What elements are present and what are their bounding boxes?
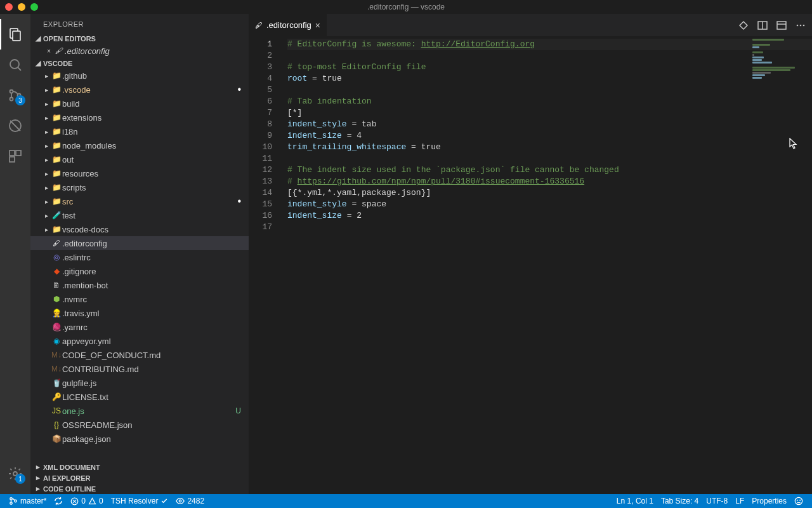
file-item[interactable]: 🖋 .editorconfig [30, 236, 249, 250]
file-item[interactable]: M↓ CODE_OF_CONDUCT.md [30, 348, 249, 362]
tree-item-label: package.json [62, 434, 241, 444]
folder-item[interactable]: ▸ 📁 scripts [30, 180, 249, 194]
collapsed-section[interactable]: ▸CODE OUTLINE [30, 483, 249, 494]
file-icon: 🖋 [51, 239, 62, 248]
branch-status[interactable]: master* [5, 494, 50, 508]
more-actions-icon[interactable] [796, 20, 806, 30]
collapsed-section[interactable]: ▸AI EXPLORER [30, 472, 249, 483]
file-icon: ◆ [51, 267, 62, 276]
extensions-view-icon[interactable] [0, 141, 30, 171]
code-line[interactable] [287, 153, 812, 164]
eol-status[interactable]: LF [731, 497, 748, 505]
workspace-section[interactable]: ◢ VSCODE [30, 58, 249, 69]
file-item[interactable]: 🗎 .mention-bot [30, 278, 249, 292]
sync-status[interactable] [50, 494, 67, 508]
svg-point-21 [10, 502, 13, 505]
feedback-icon[interactable] [790, 497, 807, 505]
tree-item-label: .editorconfig [62, 239, 241, 248]
file-icon: 📁 [51, 127, 62, 136]
code-line[interactable]: # Tab indentation [287, 96, 812, 107]
code-line[interactable]: root = true [287, 73, 812, 84]
code-line[interactable]: [{*.yml,*.yaml,package.json}] [287, 187, 812, 199]
chevron-right-icon: ▸ [42, 72, 51, 79]
folder-item[interactable]: ▸ 📁 i18n [30, 124, 249, 138]
open-editor-item[interactable]: × 🖋 .editorconfig [30, 44, 249, 58]
chevron-down-icon: ◢ [33, 59, 43, 67]
debug-view-icon[interactable] [0, 110, 30, 141]
file-item[interactable]: ◆ .gitignore [30, 264, 249, 278]
gitlens-icon[interactable] [738, 20, 749, 30]
code-line[interactable]: trim_trailing_whitespace = true [287, 142, 812, 153]
file-item[interactable]: 👷 .travis.yml [30, 306, 249, 320]
code-content[interactable]: # EditorConfig is awesome: http://Editor… [284, 36, 812, 494]
code-line[interactable]: indent_style = tab [287, 119, 812, 130]
file-item[interactable]: M↓ CONTRIBUTING.md [30, 362, 249, 376]
code-line[interactable] [287, 84, 812, 96]
file-item[interactable]: ⬢ .nvmrc [30, 292, 249, 306]
minimize-window-icon[interactable] [18, 3, 25, 11]
views-status[interactable]: 2482 [172, 494, 208, 508]
chevron-right-icon: ▸ [33, 485, 43, 493]
git-status-badge: U [235, 406, 241, 415]
encoding-status[interactable]: UTF-8 [702, 497, 731, 505]
folder-item[interactable]: ▸ 📁 node_modules [30, 138, 249, 152]
tree-item-label: .yarnrc [62, 323, 241, 332]
close-editor-icon[interactable]: × [44, 48, 53, 55]
explorer-view-icon[interactable] [0, 19, 30, 50]
svg-point-4 [10, 90, 13, 93]
file-item[interactable]: 🥤 gulpfile.js [30, 376, 249, 390]
file-item[interactable]: 📦 package.json [30, 432, 249, 446]
collapsed-section[interactable]: ▸XML DOCUMENT [30, 462, 249, 472]
close-window-icon[interactable] [5, 3, 13, 11]
code-line[interactable] [287, 50, 812, 62]
layout-icon[interactable] [776, 20, 787, 30]
split-editor-icon[interactable] [757, 20, 768, 30]
folder-item[interactable]: ▸ 📁 .github [30, 69, 249, 83]
chevron-right-icon: ▸ [42, 114, 51, 121]
problems-status[interactable]: 0 0 [67, 494, 107, 508]
line-gutter: 1234567891011121314151617 [249, 36, 284, 494]
folder-item[interactable]: ▸ 🧪 test [30, 208, 249, 222]
code-line[interactable]: indent_style = space [287, 199, 812, 210]
tab-editorconfig[interactable]: 🖋 .editorconfig × [249, 14, 327, 36]
file-item[interactable]: ◉ appveyor.yml [30, 334, 249, 348]
close-tab-icon[interactable]: × [315, 20, 320, 30]
tree-item-label: .eslintrc [62, 253, 241, 262]
code-line[interactable] [287, 222, 812, 233]
code-line[interactable]: indent_size = 4 [287, 130, 812, 142]
file-icon: 👷 [51, 309, 62, 318]
file-item[interactable]: 🧶 .yarnrc [30, 320, 249, 334]
tree-item-label: .travis.yml [62, 309, 241, 318]
folder-item[interactable]: ▸ 📁 extensions [30, 110, 249, 124]
folder-item[interactable]: ▸ 📁 .vscode • [30, 83, 249, 97]
source-control-view-icon[interactable]: 3 [0, 80, 30, 110]
file-item[interactable]: JS one.js U [30, 404, 249, 418]
tab-size-status[interactable]: Tab Size: 4 [657, 497, 702, 505]
svg-rect-9 [10, 150, 15, 156]
folder-item[interactable]: ▸ 📁 out [30, 152, 249, 166]
code-line[interactable]: # The indent size used in the `package.j… [287, 164, 812, 176]
language-mode-status[interactable]: Properties [748, 497, 790, 505]
resolver-status[interactable]: TSH Resolver [107, 494, 173, 508]
code-line[interactable]: indent_size = 2 [287, 210, 812, 222]
code-line[interactable]: # top-most EditorConfig file [287, 62, 812, 73]
open-editors-section[interactable]: ◢ OPEN EDITORS [30, 33, 249, 44]
maximize-window-icon[interactable] [30, 3, 38, 11]
file-item[interactable]: {} OSSREADME.json [30, 418, 249, 432]
editor-body[interactable]: 1234567891011121314151617 # EditorConfig… [249, 36, 812, 494]
code-line[interactable]: [*] [287, 107, 812, 119]
settings-gear-icon[interactable]: 1 [0, 458, 30, 489]
folder-item[interactable]: ▸ 📁 src • [30, 194, 249, 208]
folder-item[interactable]: ▸ 📁 resources [30, 166, 249, 180]
cursor-position-status[interactable]: Ln 1, Col 1 [613, 497, 657, 505]
tree-item-label: .github [62, 71, 241, 81]
file-icon: ◉ [51, 337, 62, 345]
code-line[interactable]: # https://github.com/npm/npm/pull/3180#i… [287, 176, 812, 187]
file-item[interactable]: 🔑 LICENSE.txt [30, 390, 249, 404]
tree-item-label: LICENSE.txt [62, 392, 241, 402]
folder-item[interactable]: ▸ 📁 vscode-docs [30, 222, 249, 236]
file-item[interactable]: ◎ .eslintrc [30, 250, 249, 264]
search-view-icon[interactable] [0, 50, 30, 80]
code-line[interactable]: # EditorConfig is awesome: http://Editor… [287, 39, 812, 50]
folder-item[interactable]: ▸ 📁 build [30, 97, 249, 110]
